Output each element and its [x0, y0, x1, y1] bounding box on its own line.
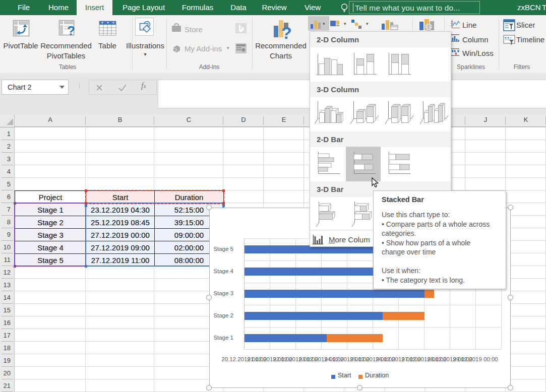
svg-text:?: ?	[67, 23, 75, 37]
svg-text:?: ?	[281, 23, 292, 41]
